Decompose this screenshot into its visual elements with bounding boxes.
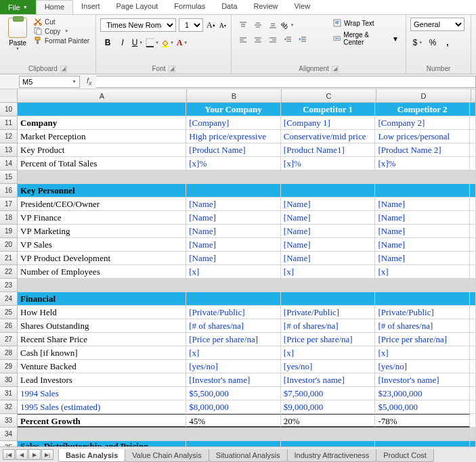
sheet-tab[interactable]: Product Cost — [376, 449, 434, 462]
row-header[interactable]: 34 — [0, 428, 18, 441]
section-header[interactable]: Financial — [18, 292, 186, 306]
cell[interactable]: [x] — [375, 265, 470, 279]
bold-button[interactable]: B — [100, 35, 115, 50]
row-header[interactable]: 20 — [0, 238, 18, 252]
column-header[interactable]: A — [18, 89, 187, 103]
cell[interactable]: [Investor's name] — [186, 373, 281, 387]
cell[interactable]: [Investor's name] — [281, 373, 376, 387]
row-header[interactable]: 12 — [0, 130, 18, 143]
row-header[interactable]: 26 — [0, 319, 18, 333]
first-sheet-button[interactable]: |◀ — [3, 449, 15, 460]
cell[interactable] — [18, 170, 186, 184]
cell[interactable]: Low prices/personal — [375, 130, 470, 143]
cell[interactable]: High price/expressive — [186, 130, 281, 143]
cell[interactable]: [Name] — [186, 252, 281, 265]
row-header[interactable]: 22 — [0, 265, 18, 279]
row-header[interactable]: 35 — [0, 441, 18, 446]
cell[interactable]: [Name] — [281, 238, 376, 252]
cell[interactable]: [x] — [375, 346, 470, 360]
formula-input[interactable] — [96, 76, 476, 88]
cell[interactable] — [186, 170, 281, 184]
cell[interactable]: [x]% — [281, 157, 376, 170]
cell[interactable] — [18, 279, 186, 292]
cell[interactable]: $23,000,000 — [375, 387, 470, 400]
cell[interactable]: [Name] — [375, 211, 470, 225]
sheet-tab[interactable]: Value Chain Analysis — [125, 449, 209, 462]
section-header[interactable]: Key Personnel — [18, 184, 186, 198]
cell[interactable]: 45% — [186, 414, 281, 428]
row-header[interactable]: 21 — [0, 252, 18, 265]
section-header[interactable] — [281, 441, 376, 446]
cell[interactable]: [yes/no] — [186, 360, 281, 373]
section-header[interactable] — [186, 292, 281, 306]
cell[interactable] — [375, 279, 470, 292]
align-center-button[interactable] — [251, 32, 265, 47]
increase-indent-button[interactable] — [295, 32, 310, 47]
cell[interactable]: [x]% — [186, 157, 281, 170]
cell[interactable]: [Name] — [375, 252, 470, 265]
section-header[interactable] — [281, 292, 376, 306]
cell[interactable]: -78% — [375, 414, 470, 428]
column-header[interactable]: B — [187, 89, 282, 103]
cell[interactable]: [Company] — [186, 116, 281, 130]
decrease-indent-button[interactable] — [280, 32, 295, 47]
row-label[interactable]: Cash [if known] — [18, 346, 186, 360]
accounting-format-button[interactable]: $▼ — [410, 35, 425, 50]
percent-format-button[interactable]: % — [425, 35, 440, 50]
italic-button[interactable]: I — [115, 35, 130, 50]
dialog-launcher-icon[interactable]: ◢ — [60, 66, 67, 72]
ribbon-tab-home[interactable]: Home — [36, 0, 73, 14]
align-middle-button[interactable] — [251, 18, 265, 32]
row-header[interactable]: 27 — [0, 333, 18, 346]
row-header[interactable]: 25 — [0, 306, 18, 319]
cell[interactable]: $5,000,000 — [375, 400, 470, 414]
section-header[interactable] — [281, 184, 376, 198]
cell[interactable]: [Name] — [375, 225, 470, 238]
row-header[interactable]: 28 — [0, 346, 18, 360]
border-button[interactable]: ▼ — [145, 35, 160, 50]
cell[interactable]: [Private/Public] — [375, 306, 470, 319]
fill-color-button[interactable]: ▼ — [160, 35, 175, 50]
font-name-select[interactable]: Times New Roman — [100, 18, 176, 32]
fx-icon[interactable]: fx — [87, 76, 92, 87]
cell[interactable]: Conservative/mid price — [281, 130, 376, 143]
row-header[interactable]: 19 — [0, 225, 18, 238]
cell[interactable]: [Name] — [281, 211, 376, 225]
format-painter-button[interactable]: Format Painter — [34, 37, 89, 45]
prev-sheet-button[interactable]: ◀ — [16, 449, 28, 460]
dialog-launcher-icon[interactable]: ◢ — [169, 66, 175, 72]
row-header[interactable]: 15 — [0, 170, 18, 184]
cell[interactable]: [x] — [281, 265, 376, 279]
cell[interactable]: [yes/no] — [281, 360, 376, 373]
cell[interactable]: [Private/Public] — [186, 306, 281, 319]
sheet-tab[interactable]: Basic Analysis — [58, 449, 125, 462]
cell[interactable]: [# of shares/na] — [281, 319, 376, 333]
spreadsheet-grid[interactable]: ABCD 10111213141516171819202122232425262… — [0, 89, 476, 446]
header-cell[interactable] — [18, 103, 186, 116]
section-header[interactable]: Sales, Distributorship and Pricing — [18, 441, 186, 446]
row-label[interactable]: Lead Investors — [18, 373, 186, 387]
row-label[interactable]: Number of Employees — [18, 265, 186, 279]
row-header[interactable]: 14 — [0, 157, 18, 170]
cell[interactable] — [186, 279, 281, 292]
select-all-corner[interactable] — [0, 89, 18, 103]
row-label[interactable]: VP Marketing — [18, 225, 186, 238]
row-header[interactable]: 31 — [0, 387, 18, 400]
row-label[interactable]: Percent of Total Sales — [18, 157, 186, 170]
section-header[interactable] — [186, 184, 281, 198]
cell[interactable]: [Price per share/na] — [281, 333, 376, 346]
cell[interactable] — [281, 279, 376, 292]
cell[interactable]: [Name] — [186, 211, 281, 225]
row-header[interactable]: 24 — [0, 292, 18, 306]
cell[interactable]: [Name] — [281, 225, 376, 238]
cell[interactable]: [x] — [186, 265, 281, 279]
header-cell[interactable]: Competitor 2 — [375, 103, 470, 116]
cell[interactable]: [Name] — [375, 198, 470, 211]
row-header[interactable]: 29 — [0, 360, 18, 373]
cell[interactable]: $9,000,000 — [281, 400, 376, 414]
cell[interactable]: [Price per share/na] — [186, 333, 281, 346]
row-header[interactable]: 33 — [0, 414, 18, 428]
row-label[interactable]: Recent Share Price — [18, 333, 186, 346]
shrink-font-button[interactable]: A▾ — [219, 18, 227, 32]
align-right-button[interactable] — [265, 32, 280, 47]
